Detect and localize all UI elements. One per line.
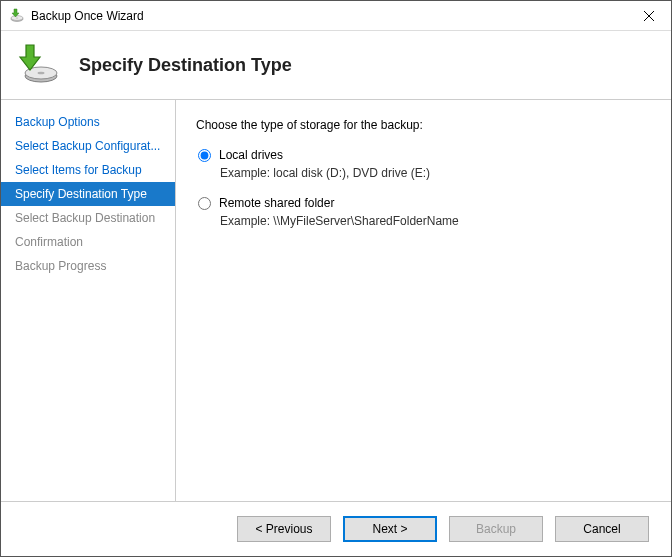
- titlebar: Backup Once Wizard: [1, 1, 671, 31]
- option-remote-folder-example: Example: \\MyFileServer\SharedFolderName: [220, 214, 651, 228]
- sidebar-item-confirmation: Confirmation: [1, 230, 175, 254]
- option-remote-folder-label: Remote shared folder: [219, 196, 334, 210]
- sidebar-item-select-destination: Select Backup Destination: [1, 206, 175, 230]
- app-icon: [9, 8, 25, 24]
- backup-button: Backup: [449, 516, 543, 542]
- wizard-icon: [13, 41, 61, 89]
- wizard-footer: < Previous Next > Backup Cancel: [1, 501, 671, 556]
- sidebar-item-backup-options[interactable]: Backup Options: [1, 110, 175, 134]
- close-button[interactable]: [626, 1, 671, 30]
- window-title: Backup Once Wizard: [31, 9, 626, 23]
- option-remote-folder[interactable]: Remote shared folder: [196, 196, 651, 210]
- instruction-text: Choose the type of storage for the backu…: [196, 118, 651, 132]
- svg-point-2: [16, 17, 19, 18]
- option-local-drives-example: Example: local disk (D:), DVD drive (E:): [220, 166, 651, 180]
- next-button[interactable]: Next >: [343, 516, 437, 542]
- svg-point-5: [38, 72, 45, 75]
- sidebar-item-progress: Backup Progress: [1, 254, 175, 278]
- option-local-drives-label: Local drives: [219, 148, 283, 162]
- content-pane: Choose the type of storage for the backu…: [175, 100, 671, 501]
- cancel-button[interactable]: Cancel: [555, 516, 649, 542]
- sidebar-item-destination-type[interactable]: Specify Destination Type: [1, 182, 175, 206]
- sidebar: Backup Options Select Backup Configurat.…: [1, 100, 175, 501]
- wizard-body: Backup Options Select Backup Configurat.…: [1, 99, 671, 501]
- sidebar-item-select-config[interactable]: Select Backup Configurat...: [1, 134, 175, 158]
- wizard-header: Specify Destination Type: [1, 31, 671, 99]
- previous-button[interactable]: < Previous: [237, 516, 331, 542]
- option-local-drives[interactable]: Local drives: [196, 148, 651, 162]
- radio-remote-folder[interactable]: [198, 197, 211, 210]
- sidebar-item-select-items[interactable]: Select Items for Backup: [1, 158, 175, 182]
- wizard-window: Backup Once Wizard Specify Destination T…: [0, 0, 672, 557]
- page-title: Specify Destination Type: [79, 55, 292, 76]
- radio-local-drives[interactable]: [198, 149, 211, 162]
